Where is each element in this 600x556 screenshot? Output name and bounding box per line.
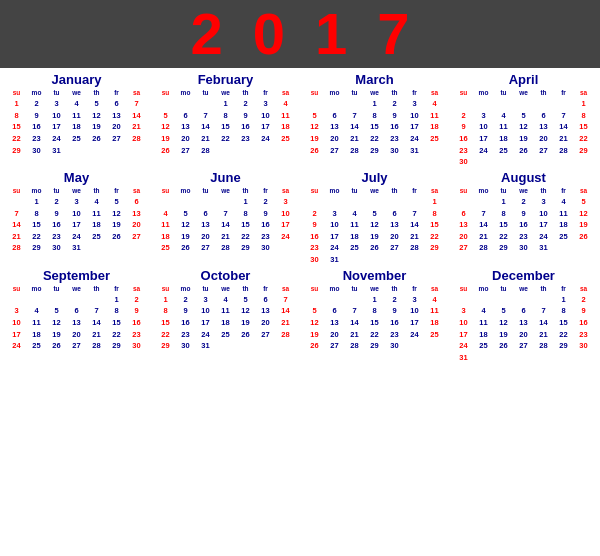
day-cell: 10 (7, 317, 27, 329)
cal-grid: sumotuwethfrsa12345678910111213141516171… (454, 88, 594, 168)
day-cell: 3 (196, 294, 216, 306)
year-digit-1: 2 (190, 5, 222, 63)
empty-cell (365, 196, 385, 208)
day-cell: 5 (47, 305, 67, 317)
day-cell: 20 (176, 133, 196, 145)
day-cell: 22 (216, 133, 236, 145)
day-cell: 28 (554, 145, 574, 157)
day-cell: 14 (345, 121, 365, 133)
day-cell: 26 (574, 231, 594, 243)
day-cell: 3 (534, 196, 554, 208)
empty-cell (87, 242, 107, 254)
day-header-sa: sa (425, 284, 445, 294)
day-cell: 30 (454, 156, 474, 168)
day-cell: 31 (534, 242, 554, 254)
day-cell: 4 (345, 208, 365, 220)
day-cell: 19 (107, 219, 127, 231)
day-header-sa: sa (425, 88, 445, 98)
day-cell: 6 (107, 98, 127, 110)
day-cell: 25 (554, 231, 574, 243)
day-header-we: we (514, 88, 534, 98)
day-cell: 12 (236, 305, 256, 317)
day-header-mo: mo (176, 88, 196, 98)
day-cell: 1 (236, 196, 256, 208)
day-cell: 6 (534, 110, 554, 122)
cal-grid: sumotuwethfrsa12345678910111213141516171… (454, 284, 594, 364)
day-cell: 24 (67, 231, 87, 243)
day-cell: 23 (305, 242, 325, 254)
empty-cell (554, 156, 574, 168)
day-cell: 25 (87, 231, 107, 243)
day-cell: 22 (7, 133, 27, 145)
day-cell: 18 (474, 329, 494, 341)
day-header-th: th (87, 284, 107, 294)
month-name: October (156, 268, 296, 283)
empty-cell (27, 294, 47, 306)
day-header-we: we (216, 88, 236, 98)
day-cell: 21 (345, 329, 365, 341)
day-cell: 18 (216, 317, 236, 329)
day-cell: 25 (276, 133, 296, 145)
day-cell: 17 (276, 219, 296, 231)
day-cell: 21 (127, 121, 147, 133)
day-header-we: we (514, 284, 534, 294)
month-may: Maysumotuwethfrsa12345678910111213141516… (7, 170, 147, 266)
day-cell: 6 (454, 208, 474, 220)
day-cell: 17 (7, 329, 27, 341)
day-cell: 22 (494, 231, 514, 243)
month-name: September (7, 268, 147, 283)
empty-cell (554, 242, 574, 254)
day-cell: 4 (27, 305, 47, 317)
month-name: June (156, 170, 296, 185)
day-cell: 28 (405, 242, 425, 254)
day-cell: 14 (474, 219, 494, 231)
day-cell: 1 (425, 196, 445, 208)
day-cell: 27 (256, 329, 276, 341)
day-cell: 4 (494, 110, 514, 122)
day-cell: 7 (276, 294, 296, 306)
day-cell: 8 (494, 208, 514, 220)
day-cell: 26 (305, 145, 325, 157)
day-cell: 19 (574, 219, 594, 231)
day-cell: 2 (454, 110, 474, 122)
day-cell: 29 (365, 145, 385, 157)
day-header-mo: mo (176, 186, 196, 196)
empty-cell (365, 254, 385, 266)
day-cell: 24 (405, 329, 425, 341)
day-cell: 25 (156, 242, 176, 254)
empty-cell (494, 352, 514, 364)
month-row: Septembersumotuwethfrsa12345678910111213… (2, 268, 598, 364)
day-header-mo: mo (325, 186, 345, 196)
empty-cell (176, 98, 196, 110)
day-cell: 20 (127, 219, 147, 231)
day-header-su: su (156, 186, 176, 196)
day-cell: 11 (345, 219, 365, 231)
day-cell: 23 (236, 133, 256, 145)
day-header-fr: fr (107, 88, 127, 98)
empty-cell (67, 145, 87, 157)
day-cell: 18 (554, 219, 574, 231)
day-cell: 9 (385, 305, 405, 317)
month-february: Februarysumotuwethfrsa123456789101112131… (156, 72, 296, 168)
day-cell: 18 (276, 121, 296, 133)
day-cell: 14 (7, 219, 27, 231)
day-cell: 14 (345, 317, 365, 329)
day-cell: 18 (494, 133, 514, 145)
day-header-th: th (534, 284, 554, 294)
day-cell: 6 (196, 208, 216, 220)
day-cell: 24 (276, 231, 296, 243)
day-cell: 2 (256, 196, 276, 208)
day-cell: 15 (27, 219, 47, 231)
day-cell: 2 (127, 294, 147, 306)
day-cell: 2 (27, 98, 47, 110)
day-cell: 26 (176, 242, 196, 254)
day-cell: 28 (534, 340, 554, 352)
day-cell: 16 (176, 317, 196, 329)
empty-cell (7, 196, 27, 208)
day-cell: 8 (27, 208, 47, 220)
day-cell: 4 (87, 196, 107, 208)
day-cell: 28 (127, 133, 147, 145)
empty-cell (156, 196, 176, 208)
day-header-we: we (365, 284, 385, 294)
day-cell: 14 (554, 121, 574, 133)
